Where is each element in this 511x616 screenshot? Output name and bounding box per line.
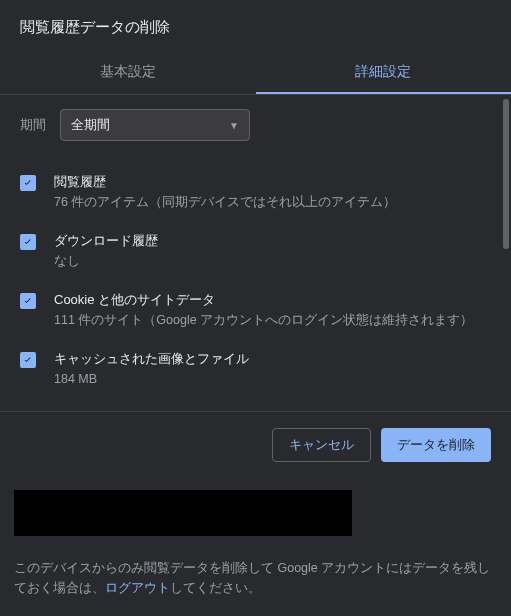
dialog-buttons: キャンセル データを削除	[0, 411, 511, 478]
checkbox[interactable]	[20, 352, 36, 368]
time-range-label: 期間	[20, 116, 46, 134]
footer-post: してください。	[170, 581, 261, 595]
item-title: Cookie と他のサイトデータ	[54, 291, 491, 309]
logout-link[interactable]: ログアウト	[105, 581, 170, 595]
data-type-item: パスワードとその他のログインデータfelmat.net、rentracks.jp…	[20, 399, 491, 411]
item-text: ダウンロード履歴なし	[54, 232, 491, 271]
dialog-body: 期間 全期間 ▼ 閲覧履歴76 件のアイテム（同期デバイスではそれ以上のアイテム…	[0, 95, 511, 411]
time-range-dropdown[interactable]: 全期間 ▼	[60, 109, 250, 141]
item-subtext: 184 MB	[54, 370, 491, 389]
time-range-row: 期間 全期間 ▼	[20, 109, 491, 141]
content-scroll[interactable]: 期間 全期間 ▼ 閲覧履歴76 件のアイテム（同期デバイスではそれ以上のアイテム…	[0, 95, 511, 411]
item-text: 閲覧履歴76 件のアイテム（同期デバイスではそれ以上のアイテム）	[54, 173, 491, 212]
footer-text: このデバイスからのみ閲覧データを削除して Google アカウントにはデータを残…	[14, 558, 497, 598]
item-title: キャッシュされた画像とファイル	[54, 350, 491, 368]
item-title: パスワードとその他のログインデータ	[54, 409, 491, 411]
chevron-down-icon: ▼	[229, 120, 239, 131]
data-type-item: 閲覧履歴76 件のアイテム（同期デバイスではそれ以上のアイテム）	[20, 163, 491, 222]
item-subtext: なし	[54, 252, 491, 271]
tab-basic[interactable]: 基本設定	[0, 51, 256, 94]
tab-advanced[interactable]: 詳細設定	[256, 51, 512, 94]
item-subtext: 76 件のアイテム（同期デバイスではそれ以上のアイテム）	[54, 193, 491, 212]
item-subtext: 111 件のサイト（Google アカウントへのログイン状態は維持されます）	[54, 311, 491, 330]
clear-data-button[interactable]: データを削除	[381, 428, 491, 462]
dialog-title: 閲覧履歴データの削除	[0, 0, 511, 51]
data-type-item: Cookie と他のサイトデータ111 件のサイト（Google アカウントへの…	[20, 281, 491, 340]
item-text: パスワードとその他のログインデータfelmat.net、rentracks.jp…	[54, 409, 491, 411]
data-type-item: キャッシュされた画像とファイル184 MB	[20, 340, 491, 399]
tabs: 基本設定 詳細設定	[0, 51, 511, 95]
data-type-item: ダウンロード履歴なし	[20, 222, 491, 281]
checkbox[interactable]	[20, 234, 36, 250]
item-text: キャッシュされた画像とファイル184 MB	[54, 350, 491, 389]
item-title: 閲覧履歴	[54, 173, 491, 191]
data-type-list: 閲覧履歴76 件のアイテム（同期デバイスではそれ以上のアイテム）ダウンロード履歴…	[20, 163, 491, 411]
clear-browsing-data-dialog: 閲覧履歴データの削除 基本設定 詳細設定 期間 全期間 ▼ 閲覧履歴76 件のア…	[0, 0, 511, 616]
scrollbar-thumb[interactable]	[503, 99, 509, 249]
item-title: ダウンロード履歴	[54, 232, 491, 250]
item-text: Cookie と他のサイトデータ111 件のサイト（Google アカウントへの…	[54, 291, 491, 330]
time-range-value: 全期間	[71, 116, 110, 134]
cancel-button[interactable]: キャンセル	[272, 428, 371, 462]
account-box-redacted	[14, 490, 352, 536]
checkbox[interactable]	[20, 293, 36, 309]
footer: このデバイスからのみ閲覧データを削除して Google アカウントにはデータを残…	[0, 478, 511, 616]
checkbox[interactable]	[20, 175, 36, 191]
